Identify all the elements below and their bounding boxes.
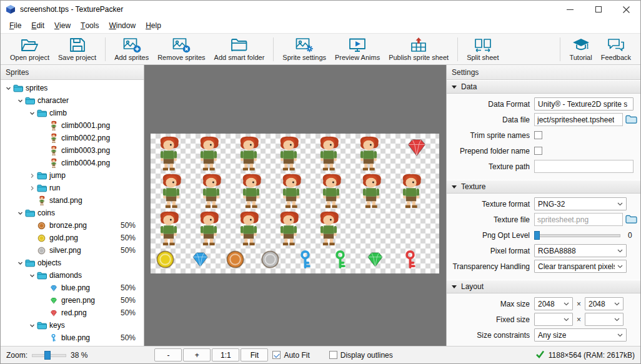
select-pixel-format[interactable]: RGBA8888 xyxy=(534,244,627,257)
select-fixed-size-2[interactable] xyxy=(585,313,624,326)
tree-item-coins-10[interactable]: coins xyxy=(1,207,144,219)
folder-icon xyxy=(12,84,23,92)
auto-fit-toggle[interactable]: Auto Fit xyxy=(272,351,309,360)
canvas-viewport[interactable] xyxy=(144,65,446,346)
setting-label: Data file xyxy=(447,116,534,124)
checkbox-trim-sprite-names[interactable] xyxy=(534,131,542,139)
zoom-fit-button[interactable]: Fit xyxy=(241,348,268,362)
tree-item-climb0002-png-4[interactable]: climb0002.png xyxy=(1,132,144,144)
character-sprite xyxy=(203,174,221,208)
minimize-button[interactable] xyxy=(556,1,584,18)
menu-item-file[interactable]: File xyxy=(4,18,26,33)
folder-icon xyxy=(24,209,35,217)
toolbar-button-add-sprites[interactable]: Add sprites xyxy=(110,35,153,63)
select-data-format[interactable]: Unity® - Texture2D sprite s xyxy=(534,97,634,111)
select-transparency-handling[interactable]: Clear transparent pixels xyxy=(534,260,627,273)
chevron-down-icon xyxy=(612,302,620,306)
auto-fit-checkbox[interactable] xyxy=(272,351,281,359)
tree-item-keys-19[interactable]: keys xyxy=(1,319,144,332)
input-texture-path[interactable] xyxy=(534,160,634,173)
checkbox-prepend-folder-name[interactable] xyxy=(534,147,542,155)
tree-item-climb0001-png-3[interactable]: climb0001.png xyxy=(1,119,144,132)
section-header-data[interactable]: Data xyxy=(447,80,640,94)
tree-item-run-8[interactable]: run xyxy=(1,182,144,194)
zoom-slider-handle[interactable] xyxy=(44,351,51,360)
input-data-file[interactable]: ject/spritesheet.tpsheet xyxy=(534,113,623,126)
tree-item-blue-png-20[interactable]: blue.png50% xyxy=(1,332,144,344)
menu-item-view[interactable]: View xyxy=(49,18,76,33)
expander-open-icon[interactable] xyxy=(28,273,36,278)
tree-item-climb0004-png-6[interactable]: climb0004.png xyxy=(1,157,144,169)
chevron-down-icon xyxy=(615,249,623,253)
toolbar-button-feedback[interactable]: Feedback xyxy=(597,35,635,63)
display-outlines-checkbox[interactable] xyxy=(329,351,337,359)
select-fixed-size-1[interactable] xyxy=(534,313,573,326)
tree-item-objects-14[interactable]: objects xyxy=(1,257,144,269)
zoom-x-button[interactable]: - xyxy=(154,348,182,362)
sprite-settings-icon xyxy=(295,36,314,54)
section-header-texture[interactable]: Texture xyxy=(447,180,640,194)
toolbar-button-save-project[interactable]: Save project xyxy=(54,35,101,63)
toolbar-button-remove-sprites[interactable]: Remove sprites xyxy=(153,35,209,63)
slider-png-opt-level[interactable] xyxy=(534,231,620,240)
tree-item-bronze-png-11[interactable]: bronze.png50% xyxy=(1,219,144,232)
toolbar-button-split-sheet[interactable]: Split sheet xyxy=(462,35,503,63)
input-texture-file[interactable]: spritesheet.png xyxy=(534,213,623,226)
tree-item-blue-png-16[interactable]: blue.png50% xyxy=(1,282,144,294)
toolbar-button-sprite-settings[interactable]: Sprite settings xyxy=(278,35,330,63)
zoom-1-1-button[interactable]: 1:1 xyxy=(212,348,239,362)
expander-closed-icon[interactable] xyxy=(28,173,36,179)
toolbar-button-tutorial[interactable]: Tutorial xyxy=(565,35,596,63)
section-header-layout[interactable]: Layout xyxy=(447,280,640,293)
expander-open-icon[interactable] xyxy=(28,323,36,328)
expander-open-icon[interactable] xyxy=(16,210,24,216)
toolbar-button-add-smart-folder[interactable]: Add smart folder xyxy=(210,35,269,63)
tree-item-stand-png-9[interactable]: stand.png xyxy=(1,194,144,207)
triangle-down-icon xyxy=(452,86,457,89)
feedback-icon xyxy=(607,36,625,54)
window-controls xyxy=(556,1,640,18)
browse-data-file-button[interactable] xyxy=(625,115,637,124)
tree-item-silver-png-13[interactable]: silver.png50% xyxy=(1,244,144,257)
zoom-x-button[interactable]: + xyxy=(183,348,211,362)
maximize-button[interactable] xyxy=(584,1,612,18)
select-size-constraints[interactable]: Any size xyxy=(534,328,627,342)
titlebar[interactable]: screenshot.tps - TexturePacker xyxy=(1,1,640,18)
tree-item-diamonds-15[interactable]: diamonds xyxy=(1,269,144,282)
select-max-size-1[interactable]: 2048 xyxy=(534,297,573,310)
expander-open-icon[interactable] xyxy=(16,260,24,266)
zoom-slider[interactable] xyxy=(32,351,66,360)
select-texture-format[interactable]: PNG-32 xyxy=(534,197,627,210)
expander-open-icon[interactable] xyxy=(28,111,36,116)
character-sprite xyxy=(243,174,261,208)
expander-closed-icon[interactable] xyxy=(28,185,36,191)
tree-item-gold-png-12[interactable]: gold.png50% xyxy=(1,232,144,244)
menu-item-help[interactable]: Help xyxy=(141,18,166,33)
tree-item-climb0003-png-5[interactable]: climb0003.png xyxy=(1,144,144,157)
close-button[interactable] xyxy=(612,1,640,18)
toolbar-button-open-project[interactable]: Open project xyxy=(6,35,54,63)
expander-open-icon[interactable] xyxy=(16,98,24,104)
display-outlines-toggle[interactable]: Display outlines xyxy=(329,351,393,360)
select-max-size-2[interactable]: 2048 xyxy=(585,297,624,310)
browse-texture-file-button[interactable] xyxy=(625,215,637,224)
toolbar-button-publish-sprite-sheet[interactable]: Publish sprite sheet xyxy=(384,35,453,63)
toolbar-group-1: Add spritesRemove spritesAdd smart folde… xyxy=(110,35,269,63)
menu-item-edit[interactable]: Edit xyxy=(26,18,49,33)
tree-item-green-png-17[interactable]: green.png50% xyxy=(1,294,144,307)
tree-item-climb-2[interactable]: climb xyxy=(1,107,144,119)
tree-item-sprites-0[interactable]: sprites xyxy=(1,82,144,94)
expander-open-icon[interactable] xyxy=(4,86,12,91)
slider-handle[interactable] xyxy=(534,231,540,240)
tree-item-red-png-18[interactable]: red.png50% xyxy=(1,307,144,319)
menu-item-window[interactable]: Window xyxy=(104,18,141,33)
toolbar-button-preview-anims[interactable]: Preview Anims xyxy=(330,35,384,63)
tree-item-character-1[interactable]: character xyxy=(1,94,144,107)
setting-row-texture-format: Texture formatPNG-32 xyxy=(447,196,640,212)
sprites-panel-header: Sprites xyxy=(1,65,144,80)
character-sprite xyxy=(281,137,299,170)
menu-item-tools[interactable]: Tools xyxy=(76,18,104,33)
folder-icon xyxy=(36,109,47,117)
tree-item-jump-7[interactable]: jump xyxy=(1,169,144,182)
main-area: Sprites spritescharacterclimbclimb0001.p… xyxy=(1,65,640,346)
